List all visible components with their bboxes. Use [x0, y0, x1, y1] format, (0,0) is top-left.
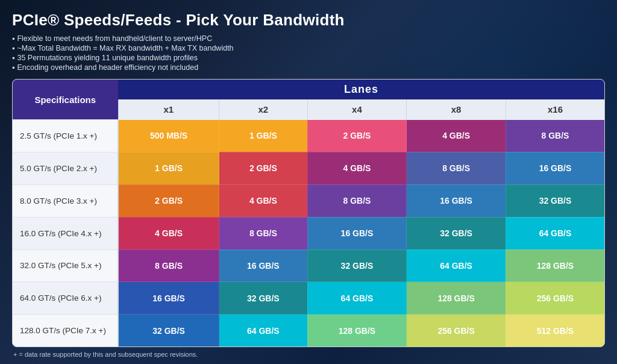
bandwidth-cell: 128 GB/S: [407, 282, 506, 315]
table-row: 128.0 GT/s (PCIe 7.x +)32 GB/S64 GB/S128…: [13, 315, 604, 347]
table-row: 2.5 GT/s (PCIe 1.x +)500 MB/S1 GB/S2 GB/…: [13, 120, 604, 152]
bandwidth-cell: 128 GB/S: [307, 315, 407, 347]
bandwidth-cell: 16 GB/S: [407, 184, 506, 217]
bandwidth-cell: 32 GB/S: [219, 282, 307, 315]
lane-col-header-x2: x2: [219, 99, 307, 120]
bandwidth-cell: 4 GB/S: [307, 152, 407, 184]
bandwidth-cell: 16 GB/S: [118, 282, 219, 315]
bullet-item: 35 Permutations yielding 11 unique bandw…: [12, 54, 605, 62]
bandwidth-cell: 2 GB/S: [307, 120, 407, 152]
bandwidth-table: Specifications Lanes x1x2x4x8x16 2.5 GT/…: [13, 80, 604, 347]
spec-label: 64.0 GT/s (PCIe 6.x +): [13, 282, 118, 315]
bandwidth-cell: 8 GB/S: [118, 249, 219, 282]
bandwidth-cell: 64 GB/S: [307, 282, 407, 315]
table-row: 32.0 GT/s (PCIe 5.x +)8 GB/S16 GB/S32 GB…: [13, 249, 604, 282]
bandwidth-cell: 1 GB/S: [118, 152, 219, 184]
spec-label: 5.0 GT/s (PCIe 2.x +): [13, 152, 118, 184]
spec-label: 16.0 GT/s (PCIe 4.x +): [13, 217, 118, 249]
bandwidth-cell: 32 GB/S: [118, 315, 219, 347]
bandwidth-cell: 256 GB/S: [407, 315, 506, 347]
footnote: + = data rate supported by this and subs…: [12, 351, 605, 358]
bandwidth-cell: 8 GB/S: [407, 152, 506, 184]
bandwidth-cell: 256 GB/S: [506, 282, 604, 315]
bandwidth-table-wrapper: Specifications Lanes x1x2x4x8x16 2.5 GT/…: [12, 79, 605, 347]
bandwidth-cell: 8 GB/S: [307, 184, 407, 217]
bandwidth-cell: 128 GB/S: [506, 249, 604, 282]
table-body: 2.5 GT/s (PCIe 1.x +)500 MB/S1 GB/S2 GB/…: [13, 120, 604, 347]
table-row: 5.0 GT/s (PCIe 2.x +)1 GB/S2 GB/S4 GB/S8…: [13, 152, 604, 184]
bandwidth-cell: 512 GB/S: [506, 315, 604, 347]
bandwidth-cell: 2 GB/S: [219, 152, 307, 184]
bandwidth-cell: 16 GB/S: [307, 217, 407, 249]
bandwidth-cell: 500 MB/S: [118, 120, 219, 152]
bandwidth-cell: 16 GB/S: [506, 152, 604, 184]
table-row: 64.0 GT/s (PCIe 6.x +)16 GB/S32 GB/S64 G…: [13, 282, 604, 315]
spec-label: 2.5 GT/s (PCIe 1.x +): [13, 120, 118, 152]
bandwidth-cell: 32 GB/S: [307, 249, 407, 282]
bandwidth-cell: 64 GB/S: [219, 315, 307, 347]
table-row: 16.0 GT/s (PCIe 4.x +)4 GB/S8 GB/S16 GB/…: [13, 217, 604, 249]
lanes-header-row: Specifications Lanes: [13, 80, 604, 99]
bandwidth-cell: 2 GB/S: [118, 184, 219, 217]
page-container: PCIe® Speeds/Feeds - Pick Your Bandwidth…: [0, 0, 617, 364]
spec-label: 8.0 GT/s (PCIe 3.x +): [13, 184, 118, 217]
bandwidth-cell: 64 GB/S: [407, 249, 506, 282]
spec-column-header: Specifications: [13, 80, 118, 120]
spec-label: 128.0 GT/s (PCIe 7.x +): [13, 315, 118, 347]
bullet-item: Flexible to meet needs from handheld/cli…: [12, 34, 605, 43]
lane-col-header-x4: x4: [307, 99, 407, 120]
page-title: PCIe® Speeds/Feeds - Pick Your Bandwidth: [12, 11, 605, 30]
spec-label: 32.0 GT/s (PCIe 5.x +): [13, 249, 118, 282]
bandwidth-cell: 64 GB/S: [506, 217, 604, 249]
bandwidth-cell: 16 GB/S: [219, 249, 307, 282]
bandwidth-cell: 1 GB/S: [219, 120, 307, 152]
bandwidth-cell: 8 GB/S: [219, 217, 307, 249]
bullet-list: Flexible to meet needs from handheld/cli…: [12, 34, 605, 72]
lane-col-header-x8: x8: [407, 99, 506, 120]
bandwidth-cell: 8 GB/S: [506, 120, 604, 152]
bullet-item: ~Max Total Bandwidth = Max RX bandwidth …: [12, 44, 605, 52]
table-row: 8.0 GT/s (PCIe 3.x +)2 GB/S4 GB/S8 GB/S1…: [13, 184, 604, 217]
lane-col-header-x1: x1: [118, 99, 219, 120]
bullet-item: Encoding overhead and header efficiency …: [12, 63, 605, 72]
lanes-header: Lanes: [118, 80, 604, 99]
bandwidth-cell: 32 GB/S: [407, 217, 506, 249]
bandwidth-cell: 32 GB/S: [506, 184, 604, 217]
bandwidth-cell: 4 GB/S: [407, 120, 506, 152]
lane-col-header-x16: x16: [506, 99, 604, 120]
bandwidth-cell: 4 GB/S: [219, 184, 307, 217]
bandwidth-cell: 4 GB/S: [118, 217, 219, 249]
